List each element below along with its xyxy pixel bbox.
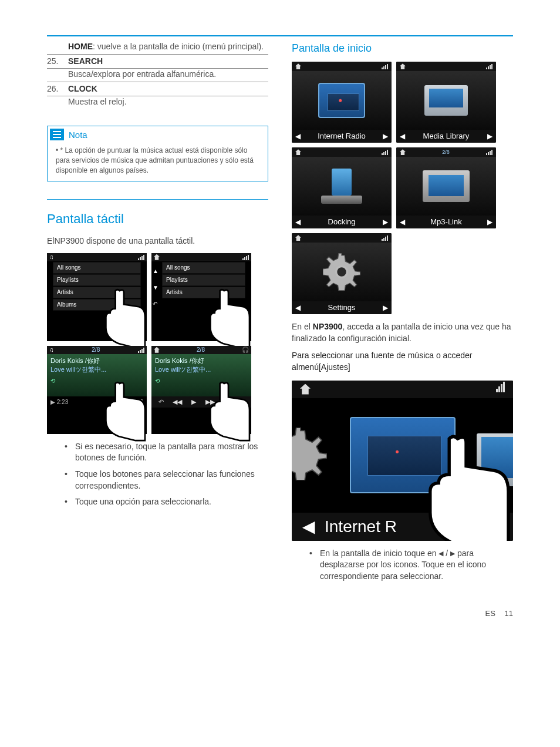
- mp3-icon: [423, 170, 470, 202]
- sidebar-nav: ▲▼↶: [153, 267, 158, 308]
- big-home-screen: ◀ Internet R: [292, 381, 513, 541]
- menu-row[interactable]: Playlists: [53, 274, 141, 286]
- home-icon: [154, 347, 160, 353]
- big-topbar: [292, 381, 513, 398]
- left-arrow-icon[interactable]: ◀: [302, 515, 315, 538]
- right-column: Pantalla de inicio ◀ Internet Radio ▶: [292, 41, 513, 587]
- section-heading-touch: Pantalla táctil: [47, 210, 268, 228]
- menu-row[interactable]: Playlists: [162, 274, 245, 286]
- right-arrow-icon[interactable]: ▶: [487, 217, 492, 227]
- track-title: Doris Kokis /你好: [50, 356, 143, 365]
- tile-name: Internet Radio: [318, 131, 366, 142]
- list-label-search: SEARCH: [68, 56, 103, 68]
- tile-settings[interactable]: ◀ Settings ▶: [292, 233, 392, 314]
- close-button[interactable]: ✕: [239, 398, 244, 406]
- right-arrow-icon[interactable]: ▶: [487, 132, 492, 142]
- music-icon: ♫: [49, 346, 54, 354]
- page-indicator: 2/8: [92, 346, 100, 354]
- bullet-item: Toque los botones para seleccionar las f…: [65, 469, 268, 492]
- dock-icon: [321, 169, 362, 204]
- left-arrow-icon[interactable]: ◀: [295, 132, 301, 142]
- tile-body: [292, 157, 392, 216]
- laptop-icon: [477, 433, 513, 486]
- tile-media-library[interactable]: ◀ Media Library ▶: [396, 62, 496, 143]
- note-text: * La opción de puntuar la música actual …: [56, 146, 254, 174]
- left-arrow-icon[interactable]: ◀: [295, 217, 301, 227]
- list-item-26: 26. CLOCK: [47, 82, 268, 97]
- home-icon: [400, 63, 406, 69]
- tile-label-bar: ◀ Docking ▶: [292, 216, 392, 228]
- rewind-button[interactable]: ◀◀: [173, 398, 182, 406]
- forward-button[interactable]: ▶▶: [205, 398, 215, 406]
- tile-topbar: [396, 62, 496, 71]
- tile-topbar: [292, 62, 392, 71]
- menu-row[interactable]: Artists: [53, 287, 141, 298]
- list-desc-clock: Muestra el reloj.: [47, 96, 268, 109]
- menu-row[interactable]: Albums: [53, 299, 141, 311]
- right-arrow-icon[interactable]: ▶: [383, 303, 388, 313]
- back-button[interactable]: ↶: [158, 398, 164, 406]
- left-arrow-icon[interactable]: ◀: [295, 303, 301, 313]
- section-rule: Pantalla táctil: [47, 199, 268, 228]
- track-title: Doris Kokis /你好: [155, 356, 248, 365]
- tile-mp3-link[interactable]: 2/8 ◀ Mp3-Link ▶: [396, 147, 496, 228]
- tile-body: [292, 243, 392, 301]
- tile-topbar: 2/8 🎧: [151, 346, 251, 354]
- big-label-bar: ◀ Internet R: [292, 513, 513, 541]
- right-arrow-icon[interactable]: ▶: [383, 217, 388, 227]
- radio-icon[interactable]: [350, 417, 456, 493]
- play-button[interactable]: ▶: [191, 398, 196, 406]
- bullet-item: En la pantalla de inicio toque en ◀ / ▶ …: [309, 548, 513, 583]
- tile-topbar: ♫ 2/8: [47, 346, 147, 354]
- menu-row[interactable]: Artists: [162, 287, 245, 298]
- tile-body: [396, 71, 496, 130]
- home-screen-heading: Pantalla de inicio: [292, 41, 513, 56]
- two-column-layout: HOME: vuelve a la pantalla de inicio (me…: [47, 41, 513, 587]
- note-box: Nota • * La opción de puntuar la música …: [47, 126, 268, 181]
- tile-label-bar: ◀ Mp3-Link ▶: [396, 216, 496, 228]
- tile-topbar: [151, 253, 251, 261]
- menu-row[interactable]: All songs: [53, 262, 141, 274]
- signal-icon: [138, 254, 144, 260]
- play-screen-2: 2/8 🎧 Doris Kokis /你好 Love willツ한繁中... ⟲…: [151, 346, 251, 434]
- bullet-text-a: En la pantalla de inicio toque en: [320, 549, 438, 558]
- tile-label-bar: ◀ Media Library ▶: [396, 130, 496, 143]
- list-screen-1: ♫ All songs Playlists Artists Albums: [47, 253, 147, 341]
- signal-icon: [382, 149, 388, 155]
- now-playing-cover: Doris Kokis /你好 Love willツ한繁中... ⟲: [151, 354, 251, 396]
- signal-icon: [138, 347, 144, 353]
- tile-topbar: [292, 147, 392, 157]
- tile-body: [292, 71, 392, 130]
- signal-icon: [242, 254, 249, 260]
- remaining-time: 46: [137, 398, 143, 406]
- left-arrow-icon[interactable]: ◀: [400, 132, 405, 142]
- list-num: 26.: [47, 83, 68, 95]
- right-arrow-icon[interactable]: ▶: [383, 132, 388, 142]
- tile-topbar: 2/8: [396, 147, 496, 157]
- right-triangle-icon: ▶: [450, 550, 455, 557]
- page-footer: ES 11: [47, 608, 513, 619]
- note-body: • * La opción de puntuar la música actua…: [48, 142, 268, 181]
- shuffle-button[interactable]: ⚁: [224, 398, 230, 406]
- play-controls: ↶ ◀◀ ▶ ▶▶ ⚁ ✕: [151, 396, 251, 408]
- tile-label-bar: ◀ Settings ▶: [292, 301, 392, 314]
- signal-icon: [496, 386, 505, 392]
- list-num: 25.: [47, 56, 68, 68]
- track-subtitle: Love willツ한繁中...: [50, 365, 143, 374]
- tile-name: Settings: [328, 302, 356, 313]
- tile-internet-radio[interactable]: ◀ Internet Radio ▶: [292, 62, 392, 143]
- big-tile-name: Internet R: [325, 515, 397, 538]
- list-desc-search: Busca/explora por entrada alfanumérica.: [47, 69, 268, 82]
- home-description: HOME: vuelve a la pantalla de inicio (me…: [47, 41, 268, 55]
- left-arrow-icon[interactable]: ◀: [400, 217, 405, 227]
- tile-docking[interactable]: ◀ Docking ▶: [292, 147, 392, 228]
- signal-icon: [486, 149, 492, 155]
- menu-row[interactable]: All songs: [162, 262, 245, 274]
- list-label-clock: CLOCK: [68, 83, 97, 95]
- elapsed-time: ▶ 2:23: [50, 398, 68, 406]
- home-icon: [295, 63, 301, 69]
- page-indicator: 2/8: [197, 346, 205, 354]
- p1a: En el: [292, 322, 313, 331]
- track-subtitle: Love willツ한繁中...: [155, 365, 248, 374]
- note-header: Nota: [48, 126, 268, 142]
